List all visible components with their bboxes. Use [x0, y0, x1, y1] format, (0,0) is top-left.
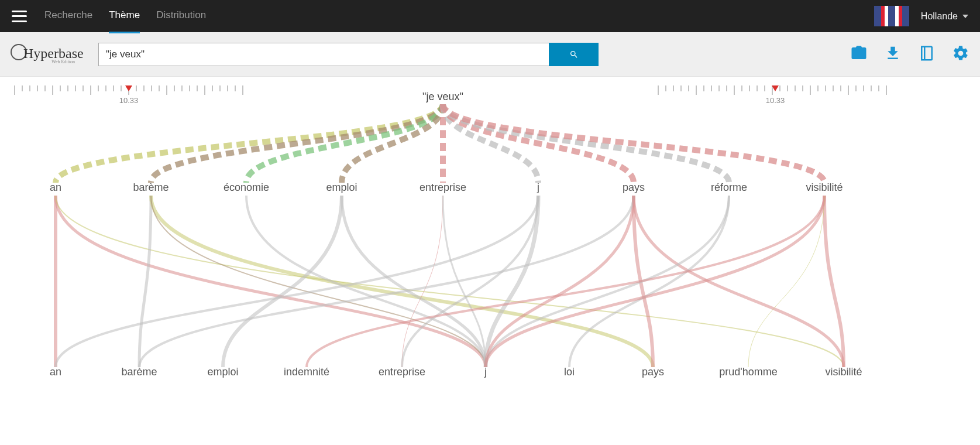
tab-thème[interactable]: Thème: [109, 0, 140, 33]
search-form: [98, 43, 599, 66]
svg-text:10.33: 10.33: [119, 96, 139, 105]
edge-l1-l2: [486, 196, 634, 367]
edge-l1-l2: [151, 196, 486, 367]
action-bar: [850, 44, 969, 64]
edge-l1-l2: [486, 196, 729, 367]
gear-icon[interactable]: [952, 44, 969, 64]
level2-node[interactable]: pays: [642, 366, 664, 378]
tab-distribution[interactable]: Distribution: [156, 0, 206, 33]
level1-node[interactable]: an: [50, 182, 61, 193]
level2-node[interactable]: barème: [121, 366, 157, 378]
menu-burger-icon[interactable]: [12, 11, 27, 22]
edge-l1-l2: [824, 196, 844, 367]
network-diagram: 10.3310.33"je veux"anbarèmeéconomieemplo…: [0, 77, 980, 445]
level2-node[interactable]: j: [484, 366, 487, 378]
level2-node[interactable]: loi: [564, 366, 575, 378]
edge-root: [443, 104, 824, 183]
toolbar: Hyperbase Web Edition: [0, 32, 980, 77]
book-icon[interactable]: [918, 44, 936, 64]
level1-node[interactable]: emploi: [326, 182, 357, 193]
avatar: [874, 6, 909, 26]
search-button[interactable]: [549, 43, 599, 66]
level2-node[interactable]: an: [50, 366, 61, 378]
edge-root: [443, 104, 729, 183]
edge-l1-l2: [307, 196, 824, 367]
edge-l1-l2: [402, 196, 443, 367]
edge-root: [151, 104, 443, 183]
level1-node[interactable]: entreprise: [419, 182, 466, 193]
level1-node[interactable]: pays: [623, 182, 645, 193]
svg-text:10.33: 10.33: [766, 96, 785, 105]
level1-node[interactable]: barème: [133, 182, 169, 193]
top-bar: RechercheThèmeDistribution Hollande: [0, 0, 980, 32]
search-icon: [569, 50, 579, 59]
user-name: Hollande: [921, 11, 958, 22]
user-menu[interactable]: Hollande: [921, 11, 968, 22]
edge-l1-l2: [139, 196, 151, 367]
level2-node[interactable]: visibilité: [825, 366, 862, 378]
logo: Hyperbase Web Edition: [11, 44, 87, 64]
camera-icon[interactable]: [850, 44, 868, 64]
search-input[interactable]: [98, 43, 549, 66]
chevron-down-icon: [962, 15, 968, 18]
level2-node[interactable]: emploi: [207, 366, 238, 378]
level1-node[interactable]: visibilité: [806, 182, 843, 193]
level1-node[interactable]: j: [537, 182, 539, 193]
download-icon[interactable]: [884, 44, 902, 64]
level2-node[interactable]: indemnité: [284, 366, 329, 378]
level1-node[interactable]: économie: [223, 182, 269, 193]
level2-node[interactable]: entreprise: [379, 366, 425, 378]
level1-node[interactable]: réforme: [711, 182, 747, 193]
root-node[interactable]: "je veux": [422, 91, 463, 102]
nav-tabs: RechercheThèmeDistribution: [44, 0, 206, 32]
diagram-canvas: 10.3310.33"je veux"anbarèmeéconomieemplo…: [0, 77, 980, 445]
tab-recherche[interactable]: Recherche: [44, 0, 92, 33]
level2-node[interactable]: prud'homme: [719, 366, 777, 378]
